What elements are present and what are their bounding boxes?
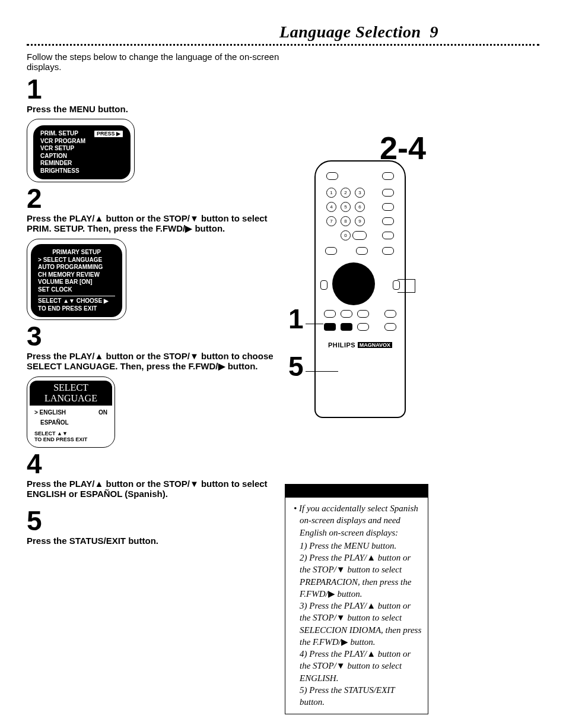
- osd3-espanol: ESPAÑOL: [40, 419, 107, 426]
- osd-3: SELECT LANGUAGE > ENGLISH ON ESPAÑOL SEL…: [31, 381, 111, 446]
- remote-status-exit-button: [341, 323, 352, 331]
- remote-num-4: 4: [326, 202, 336, 212]
- osd1-item: PRIM. SETUP: [40, 130, 85, 138]
- osd2-item: CH MEMORY REVIEW: [38, 271, 115, 279]
- remote-button: [326, 172, 338, 180]
- remote-ffwd: [393, 280, 400, 290]
- osd2-item: SET CLOCK: [38, 286, 115, 294]
- leader-line: [398, 292, 415, 293]
- hint-body: • If you accidentally select Spanish on-…: [285, 498, 428, 714]
- right-icon: [185, 223, 192, 233]
- remote-button: [357, 323, 369, 331]
- step-1-number: 1: [27, 75, 311, 103]
- remote-button: [341, 310, 352, 318]
- down-icon: [190, 479, 199, 489]
- remote-button: [325, 247, 337, 255]
- title-text: Language Selection: [279, 23, 421, 41]
- remote-num-2: 2: [341, 188, 351, 198]
- remote-jog-pad: [332, 262, 375, 305]
- step-5-text: Press the STATUS/EXIT button.: [27, 536, 282, 546]
- right-icon: [341, 637, 348, 647]
- osd-1: PRIM. SETUP VCR PROGRAM VCR SETUP CAPTIO…: [33, 125, 131, 179]
- remote-button: [352, 231, 367, 240]
- up-icon: [367, 601, 376, 610]
- remote-num-7: 7: [326, 216, 336, 226]
- step-1-text: Press the MENU button.: [27, 104, 282, 114]
- down-icon: [190, 213, 199, 223]
- osd3-english: > ENGLISH: [34, 409, 66, 416]
- step-2-number: 2: [27, 185, 311, 212]
- up-icon: [95, 479, 104, 489]
- up-icon: [95, 351, 104, 361]
- page-number: 9: [430, 23, 439, 41]
- page-title: Language Selection 9: [27, 23, 539, 42]
- callout-5: 5: [288, 350, 304, 382]
- hint-header-bar: [285, 485, 428, 498]
- osd1-item: VCR PROGRAM: [40, 138, 85, 145]
- step-2-text: Press the PLAY/ button or the STOP/ butt…: [27, 213, 282, 234]
- remote-button: [324, 310, 336, 318]
- step-5-number: 5: [27, 507, 311, 534]
- remote-button: [384, 310, 396, 318]
- leader-line: [306, 371, 338, 372]
- remote-button: [356, 247, 368, 255]
- osd2-footer: SELECT ▲▼ CHOOSE ▶ TO END PRESS EXIT: [38, 296, 115, 312]
- right-icon: [218, 361, 225, 371]
- down-icon: [336, 565, 345, 574]
- up-icon: [367, 649, 376, 659]
- remote-brand: PHILIPS MAGNAVOX: [316, 341, 405, 349]
- callout-1: 1: [288, 303, 304, 335]
- right-icon: [328, 589, 335, 599]
- press-button-label: PRESS ▶: [94, 130, 123, 138]
- remote-num-0: 0: [341, 230, 351, 240]
- osd2-title: PRIMARY SETUP: [38, 249, 115, 257]
- remote-num-1: 1: [326, 188, 336, 198]
- manual-page: Language Selection 9 Follow the steps be…: [0, 0, 566, 728]
- osd-1-wrap: PRIM. SETUP VCR PROGRAM VCR SETUP CAPTIO…: [27, 119, 311, 182]
- remote-button: [382, 232, 394, 239]
- left-column: 1 Press the MENU button. PRIM. SETUP VCR…: [27, 75, 311, 546]
- step-3-number: 3: [27, 322, 311, 350]
- osd3-on: ON: [98, 409, 107, 416]
- osd-2: PRIMARY SETUP > SELECT LANGUAGE AUTO PRO…: [31, 244, 122, 317]
- up-icon: [95, 213, 104, 223]
- helpful-hints-box: • If you accidentally select Spanish on-…: [285, 484, 428, 714]
- remote-num-6: 6: [355, 202, 365, 212]
- leader-line: [306, 324, 323, 324]
- osd3-footer: SELECT ▲▼ TO END PRESS EXIT: [34, 431, 107, 442]
- osd2-item: VOLUME BAR [ON]: [38, 278, 115, 286]
- down-icon: [336, 661, 345, 670]
- osd1-item: BRIGHTNESS: [40, 167, 85, 175]
- remote-button: [382, 247, 394, 255]
- remote-num-5: 5: [341, 202, 351, 212]
- down-icon: [336, 613, 345, 622]
- remote-button: [382, 203, 394, 211]
- osd2-item: AUTO PROGRAMMING: [38, 264, 115, 271]
- leader-line: [398, 279, 415, 280]
- leader-line: [415, 279, 415, 292]
- remote-button: [382, 217, 394, 225]
- osd1-item: CAPTION: [40, 153, 85, 160]
- remote-rew: [320, 280, 327, 290]
- remote-button: [382, 189, 394, 197]
- osd1-item: VCR SETUP: [40, 145, 85, 153]
- remote-num-8: 8: [341, 216, 351, 226]
- step-4-text: Press the PLAY/ button or the STOP/ butt…: [27, 479, 282, 499]
- osd2-item: > SELECT LANGUAGE: [38, 257, 115, 264]
- remote-num-9: 9: [355, 216, 365, 226]
- up-icon: [367, 553, 376, 562]
- remote-button: [384, 323, 396, 331]
- remote-illustration: 1 2 3 4 5 6 7 8 9 0 PHILIPS: [314, 160, 406, 418]
- osd1-item: REMINDER: [40, 160, 85, 167]
- step-3-text: Press the PLAY/ button or the STOP/ butt…: [27, 351, 282, 372]
- remote-num-3: 3: [355, 188, 365, 198]
- osd3-title: SELECT LANGUAGE: [30, 381, 112, 406]
- header-divider: [27, 44, 539, 46]
- down-icon: [190, 351, 199, 361]
- remote-menu-button: [324, 323, 336, 331]
- intro-text: Follow the steps below to change the lan…: [27, 52, 300, 72]
- remote-button: [357, 310, 369, 318]
- remote-button: [382, 172, 394, 180]
- step-4-number: 4: [27, 450, 311, 477]
